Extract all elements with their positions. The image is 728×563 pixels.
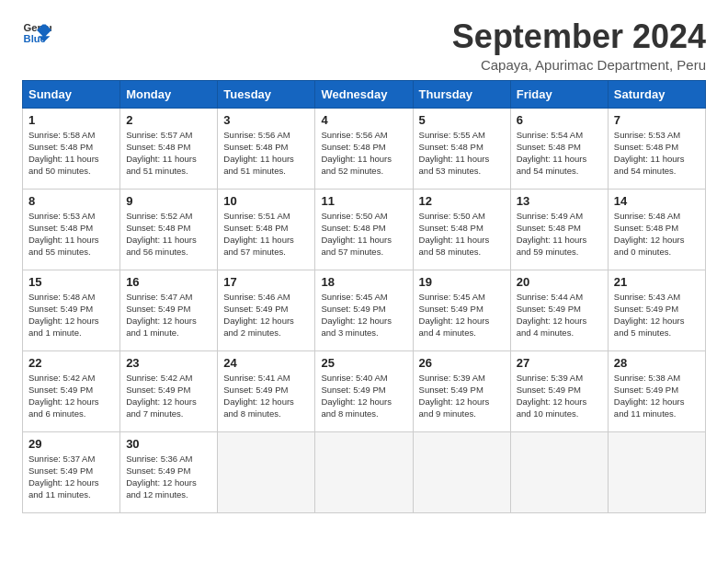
calendar-week-row: 22Sunrise: 5:42 AMSunset: 5:49 PMDayligh… xyxy=(23,350,706,431)
calendar-day-cell: 22Sunrise: 5:42 AMSunset: 5:49 PMDayligh… xyxy=(23,350,120,431)
day-number: 9 xyxy=(126,194,211,208)
day-number: 23 xyxy=(126,356,211,370)
day-info: Sunrise: 5:49 AMSunset: 5:48 PMDaylight:… xyxy=(517,210,602,259)
calendar-week-row: 8Sunrise: 5:53 AMSunset: 5:48 PMDaylight… xyxy=(23,189,706,270)
calendar-day-cell: 7Sunrise: 5:53 AMSunset: 5:48 PMDaylight… xyxy=(608,108,705,189)
calendar-day-cell: 14Sunrise: 5:48 AMSunset: 5:48 PMDayligh… xyxy=(608,189,705,270)
calendar-day-cell xyxy=(608,431,705,512)
day-info: Sunrise: 5:55 AMSunset: 5:48 PMDaylight:… xyxy=(419,129,505,178)
calendar-day-cell: 23Sunrise: 5:42 AMSunset: 5:49 PMDayligh… xyxy=(120,350,218,431)
calendar-day-cell: 5Sunrise: 5:55 AMSunset: 5:48 PMDaylight… xyxy=(413,108,510,189)
day-number: 5 xyxy=(419,113,505,127)
day-info: Sunrise: 5:56 AMSunset: 5:48 PMDaylight:… xyxy=(321,129,406,178)
title-block: September 2024 Capaya, Apurimac Departme… xyxy=(452,18,706,73)
calendar-day-cell: 25Sunrise: 5:40 AMSunset: 5:49 PMDayligh… xyxy=(315,350,413,431)
day-number: 6 xyxy=(517,113,602,127)
day-number: 3 xyxy=(223,113,309,127)
weekday-header-cell: Monday xyxy=(120,80,218,108)
calendar-day-cell: 28Sunrise: 5:38 AMSunset: 5:49 PMDayligh… xyxy=(608,350,705,431)
day-number: 4 xyxy=(321,113,406,127)
calendar-day-cell xyxy=(413,431,510,512)
calendar-body: 1Sunrise: 5:58 AMSunset: 5:48 PMDaylight… xyxy=(23,108,706,512)
day-info: Sunrise: 5:45 AMSunset: 5:49 PMDaylight:… xyxy=(321,291,406,339)
day-info: Sunrise: 5:36 AMSunset: 5:49 PMDaylight:… xyxy=(126,453,211,501)
day-number: 20 xyxy=(517,275,602,289)
calendar-day-cell: 21Sunrise: 5:43 AMSunset: 5:49 PMDayligh… xyxy=(608,270,705,350)
calendar-day-cell xyxy=(510,431,608,512)
day-info: Sunrise: 5:39 AMSunset: 5:49 PMDaylight:… xyxy=(419,372,505,420)
calendar-day-cell: 17Sunrise: 5:46 AMSunset: 5:49 PMDayligh… xyxy=(218,270,315,350)
weekday-header-cell: Saturday xyxy=(608,80,705,108)
calendar-week-row: 15Sunrise: 5:48 AMSunset: 5:49 PMDayligh… xyxy=(23,270,706,350)
weekday-header-cell: Wednesday xyxy=(315,80,413,108)
weekday-header-row: SundayMondayTuesdayWednesdayThursdayFrid… xyxy=(23,80,706,108)
day-info: Sunrise: 5:44 AMSunset: 5:49 PMDaylight:… xyxy=(517,291,602,339)
weekday-header-cell: Friday xyxy=(510,80,608,108)
page-header: General Blue September 2024 Capaya, Apur… xyxy=(22,18,706,73)
day-number: 16 xyxy=(126,275,211,289)
day-info: Sunrise: 5:48 AMSunset: 5:48 PMDaylight:… xyxy=(614,210,700,259)
day-number: 14 xyxy=(614,194,700,208)
day-info: Sunrise: 5:43 AMSunset: 5:49 PMDaylight:… xyxy=(614,291,700,339)
day-info: Sunrise: 5:52 AMSunset: 5:48 PMDaylight:… xyxy=(126,210,211,259)
calendar-week-row: 29Sunrise: 5:37 AMSunset: 5:49 PMDayligh… xyxy=(23,431,706,512)
day-number: 18 xyxy=(321,275,406,289)
day-number: 27 xyxy=(517,356,602,370)
logo: General Blue xyxy=(22,18,51,48)
day-number: 15 xyxy=(28,275,114,289)
calendar-day-cell: 6Sunrise: 5:54 AMSunset: 5:48 PMDaylight… xyxy=(510,108,608,189)
day-number: 1 xyxy=(28,113,114,127)
day-info: Sunrise: 5:57 AMSunset: 5:48 PMDaylight:… xyxy=(126,129,211,178)
calendar-day-cell: 29Sunrise: 5:37 AMSunset: 5:49 PMDayligh… xyxy=(23,431,120,512)
weekday-header-cell: Tuesday xyxy=(218,80,315,108)
day-number: 25 xyxy=(321,356,406,370)
calendar-day-cell: 12Sunrise: 5:50 AMSunset: 5:48 PMDayligh… xyxy=(413,189,510,270)
day-info: Sunrise: 5:56 AMSunset: 5:48 PMDaylight:… xyxy=(223,129,309,178)
calendar-day-cell: 27Sunrise: 5:39 AMSunset: 5:49 PMDayligh… xyxy=(510,350,608,431)
day-info: Sunrise: 5:53 AMSunset: 5:48 PMDaylight:… xyxy=(614,129,700,178)
day-info: Sunrise: 5:42 AMSunset: 5:49 PMDaylight:… xyxy=(126,372,211,420)
calendar-day-cell xyxy=(315,431,413,512)
day-number: 8 xyxy=(28,194,114,208)
calendar-day-cell: 18Sunrise: 5:45 AMSunset: 5:49 PMDayligh… xyxy=(315,270,413,350)
day-number: 22 xyxy=(28,356,114,370)
calendar-week-row: 1Sunrise: 5:58 AMSunset: 5:48 PMDaylight… xyxy=(23,108,706,189)
calendar-day-cell: 10Sunrise: 5:51 AMSunset: 5:48 PMDayligh… xyxy=(218,189,315,270)
day-number: 17 xyxy=(223,275,309,289)
day-number: 10 xyxy=(223,194,309,208)
day-number: 30 xyxy=(126,437,211,451)
calendar-day-cell: 15Sunrise: 5:48 AMSunset: 5:49 PMDayligh… xyxy=(23,270,120,350)
day-info: Sunrise: 5:47 AMSunset: 5:49 PMDaylight:… xyxy=(126,291,211,339)
day-info: Sunrise: 5:53 AMSunset: 5:48 PMDaylight:… xyxy=(28,210,114,259)
day-info: Sunrise: 5:38 AMSunset: 5:49 PMDaylight:… xyxy=(614,372,700,420)
calendar-table: SundayMondayTuesdayWednesdayThursdayFrid… xyxy=(22,80,706,513)
calendar-day-cell: 13Sunrise: 5:49 AMSunset: 5:48 PMDayligh… xyxy=(510,189,608,270)
calendar-day-cell xyxy=(218,431,315,512)
calendar-day-cell: 26Sunrise: 5:39 AMSunset: 5:49 PMDayligh… xyxy=(413,350,510,431)
calendar-day-cell: 20Sunrise: 5:44 AMSunset: 5:49 PMDayligh… xyxy=(510,270,608,350)
day-number: 11 xyxy=(321,194,406,208)
month-title: September 2024 xyxy=(452,18,706,55)
day-info: Sunrise: 5:50 AMSunset: 5:48 PMDaylight:… xyxy=(321,210,406,259)
calendar-day-cell: 19Sunrise: 5:45 AMSunset: 5:49 PMDayligh… xyxy=(413,270,510,350)
calendar-day-cell: 2Sunrise: 5:57 AMSunset: 5:48 PMDaylight… xyxy=(120,108,218,189)
day-info: Sunrise: 5:39 AMSunset: 5:49 PMDaylight:… xyxy=(517,372,602,420)
day-info: Sunrise: 5:46 AMSunset: 5:49 PMDaylight:… xyxy=(223,291,309,339)
day-number: 7 xyxy=(614,113,700,127)
location-subtitle: Capaya, Apurimac Department, Peru xyxy=(452,57,706,73)
calendar-day-cell: 1Sunrise: 5:58 AMSunset: 5:48 PMDaylight… xyxy=(23,108,120,189)
day-info: Sunrise: 5:58 AMSunset: 5:48 PMDaylight:… xyxy=(28,129,114,178)
day-number: 24 xyxy=(223,356,309,370)
day-info: Sunrise: 5:37 AMSunset: 5:49 PMDaylight:… xyxy=(28,453,114,501)
day-info: Sunrise: 5:42 AMSunset: 5:49 PMDaylight:… xyxy=(28,372,114,420)
calendar-day-cell: 3Sunrise: 5:56 AMSunset: 5:48 PMDaylight… xyxy=(218,108,315,189)
day-number: 26 xyxy=(419,356,505,370)
calendar-day-cell: 11Sunrise: 5:50 AMSunset: 5:48 PMDayligh… xyxy=(315,189,413,270)
day-number: 2 xyxy=(126,113,211,127)
day-info: Sunrise: 5:50 AMSunset: 5:48 PMDaylight:… xyxy=(419,210,505,259)
day-info: Sunrise: 5:40 AMSunset: 5:49 PMDaylight:… xyxy=(321,372,406,420)
day-number: 21 xyxy=(614,275,700,289)
calendar-day-cell: 9Sunrise: 5:52 AMSunset: 5:48 PMDaylight… xyxy=(120,189,218,270)
day-info: Sunrise: 5:45 AMSunset: 5:49 PMDaylight:… xyxy=(419,291,505,339)
day-number: 29 xyxy=(28,437,114,451)
